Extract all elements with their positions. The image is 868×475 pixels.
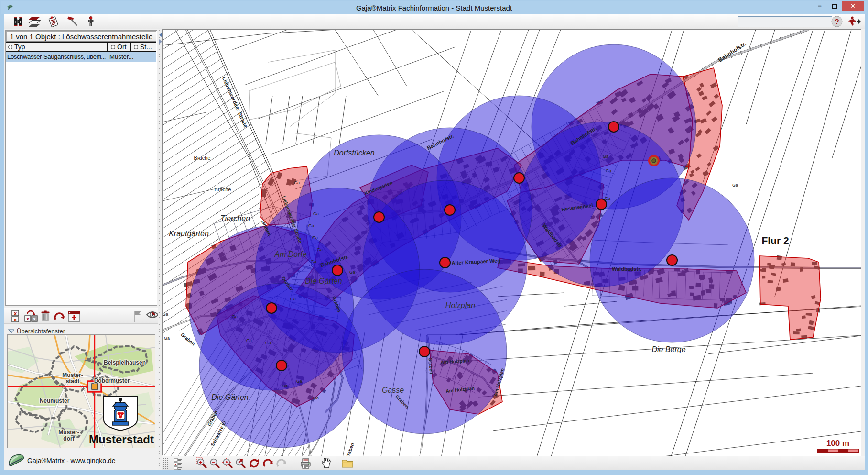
svg-text:Brache: Brache <box>194 155 211 161</box>
svg-text:Ga: Ga <box>294 180 300 185</box>
svg-text:Ga: Ga <box>296 379 302 384</box>
svg-text:x: x <box>33 316 36 321</box>
svg-text:Musterstadt: Musterstadt <box>89 433 154 446</box>
svg-text:Die Berge: Die Berge <box>651 345 685 353</box>
svg-text:Muster-: Muster- <box>62 372 83 378</box>
svg-text:Ga: Ga <box>308 223 314 228</box>
svg-text:x: x <box>26 316 30 321</box>
svg-text:Waldbadstr.: Waldbadstr. <box>612 266 641 272</box>
svg-text:Ga: Ga <box>290 297 296 301</box>
svg-text:Holzplan: Holzplan <box>445 301 475 309</box>
svg-text:Ga: Ga <box>311 259 316 264</box>
svg-text:100 m: 100 m <box>826 439 849 448</box>
svg-text:x: x <box>174 462 177 466</box>
svg-text:Ga: Ga <box>732 183 738 188</box>
svg-text:Ga: Ga <box>313 211 319 216</box>
svg-text:Dorfstücken: Dorfstücken <box>334 149 374 157</box>
svg-text:stadt: stadt <box>66 378 80 385</box>
svg-text:Tierchen: Tierchen <box>220 214 250 222</box>
svg-text:Die Gärten: Die Gärten <box>305 277 342 285</box>
svg-text:Ga: Ga <box>605 196 610 201</box>
svg-text:Ga: Ga <box>349 270 355 275</box>
svg-text:Ga: Ga <box>312 235 318 240</box>
svg-text:x: x <box>14 310 17 316</box>
svg-text:Ga: Ga <box>164 336 170 341</box>
svg-text:?: ? <box>835 17 839 25</box>
svg-text:Am Dorfe: Am Dorfe <box>274 250 307 258</box>
svg-text:Flur 2: Flur 2 <box>761 235 789 246</box>
svg-text:Neumuster: Neumuster <box>40 398 70 404</box>
svg-text:Ga: Ga <box>603 154 608 159</box>
svg-text:Brache: Brache <box>215 187 231 192</box>
svg-text:Beispielhausen: Beispielhausen <box>104 359 146 366</box>
svg-text:Ga: Ga <box>265 341 271 345</box>
svg-text:x: x <box>14 317 17 322</box>
svg-text:Krautgärten: Krautgärten <box>169 230 209 238</box>
svg-text:Ga: Ga <box>313 396 319 400</box>
svg-text:Ga: Ga <box>282 384 288 388</box>
svg-text:Ga: Ga <box>317 247 323 252</box>
svg-text:Ga: Ga <box>606 168 611 173</box>
svg-text:Ga: Ga <box>246 338 252 343</box>
svg-text:Dobermuster: Dobermuster <box>94 377 130 384</box>
svg-text:Die Gärten: Die Gärten <box>211 393 248 401</box>
svg-text:Muster-: Muster- <box>58 429 79 436</box>
svg-text:Ga: Ga <box>232 314 238 319</box>
svg-text:Gasse: Gasse <box>382 386 404 394</box>
svg-text:dorf: dorf <box>63 435 75 442</box>
svg-text:Ga: Ga <box>163 312 168 317</box>
